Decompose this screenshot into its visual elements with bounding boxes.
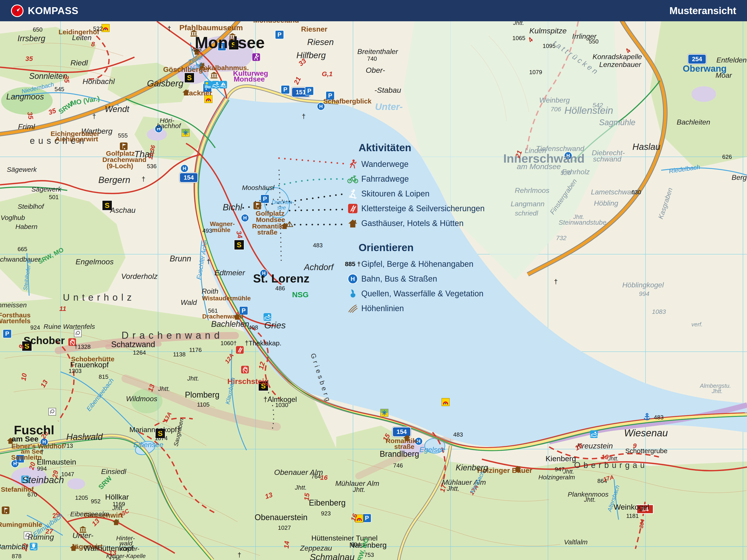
kompass-map-sample-page: Aktivitäten Wanderwege Fahrradwege Skito… (0, 0, 747, 560)
legend-item-label: Klettersteige & Seilversicherungen (361, 204, 485, 213)
hut-icon (347, 218, 359, 229)
map-area: Aktivitäten Wanderwege Fahrradwege Skito… (0, 0, 747, 560)
legend-item-wanderwege: Wanderwege (347, 157, 485, 171)
legend-item-label: Fahrradwege (361, 174, 409, 184)
legend-item-label: Skitouren & Loipen (361, 189, 430, 198)
legend-activities: Aktivitäten Wanderwege Fahrradwege Skito… (347, 141, 485, 231)
legend-item-klettersteige: Klettersteige & Seilversicherungen (347, 201, 485, 216)
page-title: Musteransicht (669, 5, 736, 16)
legend-item-label: Bahn, Bus & Straßen (361, 274, 437, 284)
brand-name: KOMPASS (28, 5, 78, 16)
spring-icon (347, 289, 359, 299)
legend-item-gipfel: 885 † Gipfel, Berge & Höhenangaben (347, 257, 484, 271)
legend-item-hoehenlinien: Höhenlinien (347, 301, 484, 316)
legend-item-skitouren: Skitouren & Loipen (347, 186, 485, 201)
bus-stop-icon: H (347, 274, 359, 284)
kompass-logo-icon (11, 4, 24, 17)
legend-item-label: Quellen, Wasserfälle & Vegetation (361, 289, 484, 298)
legend-item-label: Gasthäuser, Hotels & Hütten (361, 219, 463, 228)
legend-item-gasthaeuser: Gasthäuser, Hotels & Hütten (347, 216, 485, 231)
brand: KOMPASS (11, 4, 78, 17)
elevation-icon: 885 † (347, 261, 359, 268)
legend-item-label: Gipfel, Berge & Höhenangaben (361, 259, 473, 269)
legend-item-label: Höhenlinien (361, 304, 404, 313)
legend-item-fahrradwege: Fahrradwege (347, 171, 485, 186)
contour-icon (347, 304, 359, 313)
legend-orientation: Orientieren 885 † Gipfel, Berge & Höhena… (347, 241, 484, 316)
legend-orientation-title: Orientieren (359, 241, 484, 254)
legend-item-label: Wanderwege (361, 159, 409, 169)
legend-item-bahn: H Bahn, Bus & Straßen (347, 271, 484, 286)
ski-icon (347, 189, 359, 199)
legend-item-quellen: Quellen, Wasserfälle & Vegetation (347, 286, 484, 301)
legend-activities-title: Aktivitäten (359, 141, 485, 154)
header-bar: KOMPASS Musteransicht (0, 0, 747, 21)
bike-icon (347, 175, 359, 183)
via-ferrata-icon (347, 204, 359, 213)
hiker-icon (347, 159, 359, 169)
